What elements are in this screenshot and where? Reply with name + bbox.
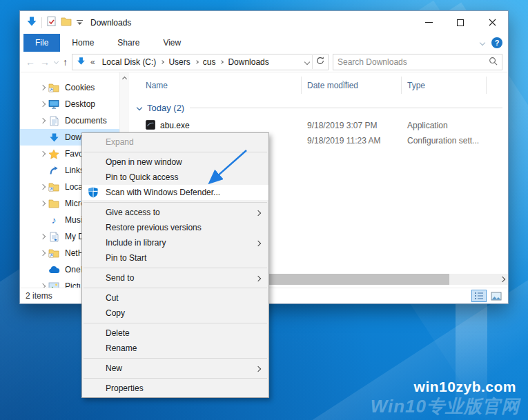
group-header-today[interactable]: Today (2) <box>137 101 502 114</box>
nav-history-controls: ← → ↑ <box>26 57 68 68</box>
view-switcher <box>471 290 504 302</box>
context-menu: Expand Open in new window Pin to Quick a… <box>81 132 269 398</box>
close-button[interactable] <box>476 11 508 34</box>
application-file-icon <box>146 120 155 132</box>
sidebar-item-documents[interactable]: Documents <box>20 112 119 129</box>
menu-item-expand: Expand <box>82 134 268 150</box>
expand-chevron-icon[interactable] <box>38 185 48 189</box>
menu-item-include-in-library[interactable]: Include in library <box>82 235 268 250</box>
download-arrow-icon <box>48 132 60 143</box>
expand-chevron-icon[interactable] <box>38 234 48 239</box>
maximize-icon <box>457 19 464 26</box>
column-header-date-modified[interactable]: Date modified <box>302 77 402 94</box>
folder-shortcut-icon <box>48 83 60 92</box>
breadcrumb-segment[interactable]: Users <box>166 57 192 67</box>
file-type: Application <box>402 121 487 130</box>
forward-icon[interactable]: → <box>40 57 50 68</box>
menu-item-delete[interactable]: Delete <box>82 326 268 341</box>
back-icon[interactable]: ← <box>26 57 35 68</box>
group-divider <box>190 108 502 108</box>
search-box[interactable] <box>333 54 502 70</box>
group-collapse-icon[interactable] <box>137 105 142 110</box>
menu-item-pin-to-start[interactable]: Pin to Start <box>82 250 268 266</box>
separator <box>312 55 313 69</box>
file-date-modified: 9/18/2019 3:07 PM <box>302 121 402 130</box>
menu-item-open-in-new-window[interactable]: Open in new window <box>82 154 268 170</box>
menu-item-pin-to-quick-access[interactable]: Pin to Quick access <box>82 170 268 185</box>
thumbnail-view-button[interactable] <box>489 290 504 302</box>
search-icon[interactable] <box>489 57 498 68</box>
cloud-icon <box>48 266 60 274</box>
menu-item-copy[interactable]: Copy <box>82 306 268 321</box>
sidebar-item-cookies[interactable]: Cookies <box>20 79 119 96</box>
menu-item-properties[interactable]: Properties <box>82 381 268 396</box>
up-icon[interactable]: ↑ <box>63 57 68 68</box>
column-header-name[interactable]: Name <box>129 77 302 94</box>
menu-item-send-to[interactable]: Send to <box>82 270 268 286</box>
ribbon-tabs: File Home Share View ? <box>20 34 508 52</box>
file-type: Configuration sett... <box>402 136 487 146</box>
expand-chevron-icon[interactable] <box>38 251 48 255</box>
menu-item-new[interactable]: New <box>82 361 268 376</box>
submenu-arrow-icon <box>256 273 260 283</box>
properties-check-icon[interactable] <box>46 16 57 29</box>
title-bar: Downloads <box>20 11 508 34</box>
menu-separator <box>84 202 267 203</box>
details-view-button[interactable] <box>471 290 487 302</box>
expand-ribbon-icon[interactable] <box>480 40 485 46</box>
tab-share[interactable]: Share <box>106 34 151 52</box>
defender-shield-icon <box>88 187 99 198</box>
recent-locations-icon[interactable] <box>54 59 59 64</box>
breadcrumb-segment[interactable]: cus <box>201 57 218 67</box>
minimize-icon <box>425 22 433 23</box>
address-dropdown-icon[interactable] <box>304 59 310 64</box>
refresh-icon[interactable] <box>315 56 325 68</box>
breadcrumb-overflow[interactable]: « <box>88 57 97 67</box>
desktop-icon <box>48 99 60 109</box>
breadcrumb-segment[interactable]: Downloads <box>226 57 271 67</box>
tab-home[interactable]: Home <box>60 34 106 52</box>
expand-chevron-icon[interactable] <box>38 86 48 90</box>
window-controls <box>413 11 508 34</box>
tab-view[interactable]: View <box>151 34 193 52</box>
column-header-type[interactable]: Type <box>402 77 487 94</box>
search-input[interactable] <box>338 57 489 67</box>
watermark-url: win10zyb.com <box>414 379 516 395</box>
breadcrumb-chevron-icon[interactable] <box>195 60 199 64</box>
scroll-right-icon[interactable] <box>497 274 508 285</box>
menu-item-give-access-to[interactable]: Give access to <box>82 205 268 220</box>
scroll-up-icon[interactable] <box>122 77 127 81</box>
breadcrumb-segment[interactable]: Local Disk (C:) <box>100 57 159 67</box>
sidebar-item-desktop[interactable]: Desktop <box>20 96 119 112</box>
expand-chevron-icon[interactable] <box>38 152 48 156</box>
submenu-arrow-icon <box>256 363 260 373</box>
menu-item-restore-previous-versions[interactable]: Restore previous versions <box>82 220 268 235</box>
navigation-bar: ← → ↑ « Local Disk (C:) Users cus Downlo… <box>20 52 508 72</box>
menu-item-scan-with-windows-defender[interactable]: Scan with Windows Defender... <box>82 185 268 200</box>
file-row[interactable]: abu.exe 9/18/2019 3:07 PM Application <box>129 118 508 133</box>
quick-access-toolbar <box>26 16 84 29</box>
document-icon <box>48 116 60 126</box>
breadcrumb-chevron-icon[interactable] <box>220 60 224 64</box>
minimize-button[interactable] <box>413 11 444 34</box>
link-arrow-icon <box>48 166 60 175</box>
expand-chevron-icon[interactable] <box>38 119 48 123</box>
menu-item-rename[interactable]: Rename <box>82 341 268 356</box>
submenu-arrow-icon <box>256 208 260 217</box>
help-icon[interactable]: ? <box>491 37 502 48</box>
expand-chevron-icon[interactable] <box>38 102 48 106</box>
maximize-button[interactable] <box>444 11 476 34</box>
new-folder-icon[interactable] <box>61 17 72 28</box>
qat-dropdown-icon[interactable] <box>76 18 84 28</box>
tab-file[interactable]: File <box>23 34 60 52</box>
separator <box>41 17 42 28</box>
watermark-site-name: Win10专业版官网 <box>371 394 520 419</box>
address-bar[interactable]: « Local Disk (C:) Users cus Downloads <box>72 54 329 70</box>
music-note-icon: ♪ <box>48 215 60 225</box>
folder-shortcut-icon <box>48 248 60 258</box>
expand-chevron-icon[interactable] <box>38 201 48 206</box>
menu-item-cut[interactable]: Cut <box>82 290 268 306</box>
menu-separator <box>84 268 267 268</box>
column-header-size[interactable] <box>487 77 508 94</box>
breadcrumb-chevron-icon[interactable] <box>161 60 165 64</box>
